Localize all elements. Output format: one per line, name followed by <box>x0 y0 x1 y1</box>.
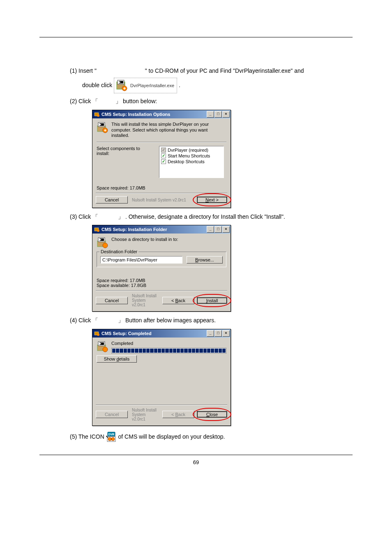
step4-b: Button after below images appears. <box>125 317 216 324</box>
step-5: (5) The ICON DVR of CMS will be displaye… <box>70 432 353 442</box>
dialog-completed: CMS Setup: Completed _ □ × <box>92 329 231 426</box>
step1-text-b: " to CD-ROM of your PC and Find "DvrPlay… <box>145 67 304 74</box>
step1-period: . <box>179 82 180 88</box>
svg-text:DVR: DVR <box>108 433 114 436</box>
page-number: 69 <box>39 459 353 465</box>
dialog-install-options: CMS Setup: Installation Options _ □ × <box>92 110 231 208</box>
browse-button[interactable]: Browse... <box>187 256 223 264</box>
cancel-button: Cancel <box>96 411 128 418</box>
bracket-r: 」 <box>118 317 124 324</box>
opt2-label: Start Menu Shortcuts <box>168 153 210 158</box>
nsis-label: Nulsoft Install System v2.0rc1 <box>130 408 160 421</box>
step-3: (3) Click 「 」 . Otherwise, designate a d… <box>70 212 353 222</box>
highlight-ring: Install <box>197 297 227 304</box>
highlight-ring: Next > <box>197 197 227 203</box>
dlg1-select-label: Select components to install: <box>97 146 153 178</box>
dvr-desktop-icon: DVR <box>106 432 117 442</box>
package-icon <box>97 122 108 133</box>
titlebar-icon <box>94 227 100 232</box>
close-button[interactable]: Close <box>197 411 227 418</box>
nsis-label: Nulsoft Install System v2.0rc1 <box>130 198 194 202</box>
highlight-ring: Close <box>197 411 227 418</box>
minimize-button[interactable]: _ <box>207 111 214 118</box>
step5-a: (5) The ICON <box>70 433 106 439</box>
component-desktop[interactable]: ✓ Desktop Shortcuts <box>161 159 222 164</box>
close-window-button[interactable]: × <box>222 226 230 233</box>
back-button: < Back <box>162 411 194 418</box>
step-2: (2) Click 「 」 button below: <box>70 97 353 106</box>
dlg1-space: Space required: 17.0MB <box>97 185 226 190</box>
minimize-button[interactable]: _ <box>207 226 214 233</box>
dlg1-desc: This will install the less simple DvrPla… <box>111 122 226 139</box>
show-details-button[interactable]: Show details <box>97 355 137 363</box>
titlebar-3: CMS Setup: Completed _ □ × <box>92 329 231 338</box>
step-4: (4) Click 「 」 Button after below images … <box>70 316 353 325</box>
step4-a: (4) Click <box>70 317 92 324</box>
path-input[interactable]: C:\Program Files\DvrPlayer <box>100 256 182 264</box>
dlg1-title: CMS Setup: Installation Options <box>101 112 170 117</box>
dlg3-completed: Completed <box>111 341 226 347</box>
installer-file[interactable]: DvrPlayerInstaller.exe <box>114 78 177 93</box>
step3-a: (3) Click <box>70 213 92 220</box>
component-startmenu[interactable]: ✓ Start Menu Shortcuts <box>161 153 222 158</box>
svg-point-20 <box>97 333 99 336</box>
titlebar-icon <box>94 111 100 117</box>
close-window-button[interactable]: × <box>222 330 230 337</box>
bracket-l: 「 <box>92 317 98 324</box>
dialog-install-folder: CMS Setup: Installation Folder _ □ × <box>92 225 231 312</box>
package-icon <box>97 341 108 352</box>
checkbox-icon: ✓ <box>161 148 166 153</box>
cancel-button[interactable]: Cancel <box>96 196 128 204</box>
next-label: ext > <box>209 197 219 202</box>
opt3-label: Desktop Shortcuts <box>168 159 205 164</box>
next-button[interactable]: Next > <box>197 197 227 203</box>
step1-text-a: (1) Insert " <box>70 67 97 74</box>
bracket-l: 「 <box>92 214 98 220</box>
dlg2-space-avail: Space available: 17.8GB <box>97 283 226 288</box>
titlebar-2: CMS Setup: Installation Folder _ □ × <box>92 225 231 234</box>
progress-bar <box>111 348 226 354</box>
dlg3-title: CMS Setup: Completed <box>101 331 152 336</box>
svg-point-25 <box>103 347 108 352</box>
titlebar-icon <box>94 331 100 336</box>
opt1-label: DvrPlayer (required) <box>168 148 208 153</box>
component-dvrplayer[interactable]: ✓ DvrPlayer (required) <box>161 148 222 153</box>
back-button[interactable]: < Back <box>162 297 194 304</box>
dlg2-space-req: Space required: 17.0MB <box>97 278 226 283</box>
step-1: (1) Insert " " to CD-ROM of your PC and … <box>70 66 353 75</box>
install-button[interactable]: Install <box>197 297 227 304</box>
maximize-button[interactable]: □ <box>214 111 222 118</box>
svg-point-30 <box>111 437 115 441</box>
cancel-button[interactable]: Cancel <box>96 297 128 304</box>
bracket-l: 「 <box>92 98 98 104</box>
bracket-r: 」 <box>118 214 124 220</box>
svg-point-13 <box>97 229 99 232</box>
step5-b: of CMS will be displayed on your desktop… <box>118 433 225 439</box>
installer-file-icon <box>115 79 128 92</box>
bracket-r: 」 <box>115 98 121 104</box>
dlg2-desc: Choose a directory to install in to: <box>111 237 178 243</box>
components-list[interactable]: ✓ DvrPlayer (required) ✓ Start Menu Shor… <box>159 146 224 178</box>
checkbox-icon: ✓ <box>161 153 166 158</box>
svg-point-6 <box>97 114 99 117</box>
bottom-rule <box>39 455 353 455</box>
minimize-button[interactable]: _ <box>207 330 214 337</box>
maximize-button[interactable]: □ <box>214 330 222 337</box>
svg-point-29 <box>108 437 111 441</box>
maximize-button[interactable]: □ <box>214 226 222 233</box>
svg-point-18 <box>103 243 108 248</box>
step2-b: button below: <box>123 98 157 104</box>
checkbox-icon: ✓ <box>161 159 166 164</box>
top-rule <box>39 37 353 37</box>
step1-double-click: double click <box>82 82 114 88</box>
installer-file-label: DvrPlayerInstaller.exe <box>130 82 174 90</box>
titlebar-1: CMS Setup: Installation Options _ □ × <box>92 110 231 118</box>
group-legend: Destination Folder <box>99 249 138 254</box>
destination-group: Destination Folder C:\Program Files\DvrP… <box>97 252 226 267</box>
step2-a: (2) Click <box>70 98 92 104</box>
nsis-label: Nulsoft Install System v2.0rc1 <box>130 294 160 307</box>
package-icon <box>97 237 108 248</box>
step3-b: . Otherwise, designate a directory for I… <box>125 213 285 220</box>
step1-line2: double click DvrPlayerInstaller.exe . <box>82 78 353 93</box>
close-window-button[interactable]: × <box>222 111 230 118</box>
